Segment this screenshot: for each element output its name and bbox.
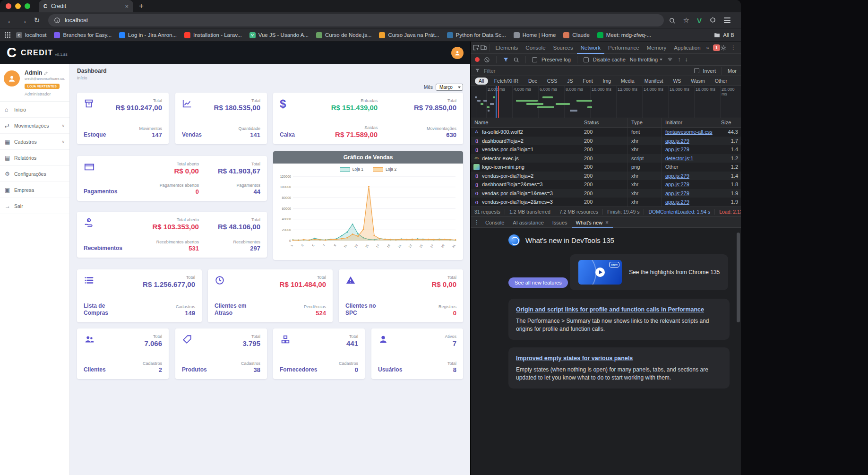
- disable-cache-checkbox[interactable]: [584, 57, 589, 62]
- import-har-icon[interactable]: ↑: [678, 56, 680, 63]
- feature-link[interactable]: Origin and script links for profile and …: [516, 306, 704, 313]
- search-icon[interactable]: [669, 17, 676, 24]
- highlights-card[interactable]: new See the highlights from Chrome 135: [570, 254, 728, 290]
- address-bar[interactable]: localhost: [48, 14, 664, 26]
- devtools-tab[interactable]: Performance: [604, 42, 643, 54]
- bookmark-star-icon[interactable]: ☆: [683, 16, 689, 25]
- apps-grid-icon[interactable]: [5, 32, 10, 38]
- request-type-chip[interactable]: Fetch/XHR: [490, 78, 522, 85]
- month-select[interactable]: Março: [436, 84, 463, 91]
- card-pagamentos[interactable]: Pagamentos Total abertoR$ 0,00 Pagamento…: [77, 156, 267, 201]
- request-type-chip[interactable]: Font: [579, 78, 597, 85]
- bookmark-item[interactable]: Curso de Node.js...: [312, 30, 375, 40]
- maximize-window-button[interactable]: [25, 3, 30, 9]
- bookmark-item[interactable]: Installation - Larav...: [180, 30, 246, 40]
- error-count-badge[interactable]: 1: [713, 44, 720, 51]
- invert-filter-checkbox[interactable]: [694, 68, 699, 73]
- network-request-row[interactable]: dashboard?loja=2&mes=3 200 xhr app.js:27…: [471, 180, 741, 189]
- feature-link[interactable]: Improved empty states for various panels: [516, 355, 633, 362]
- bookmark-item[interactable]: Log in - Jira Anron...: [115, 30, 180, 40]
- request-type-chip[interactable]: WS: [669, 78, 685, 85]
- site-info-icon[interactable]: [54, 17, 60, 24]
- sidebar-menu-item[interactable]: ▤ Relatórios ∨: [0, 150, 69, 166]
- browser-menu-icon[interactable]: [724, 17, 730, 23]
- column-header[interactable]: Name: [471, 118, 580, 127]
- card-clientes-spc[interactable]: TotalR$ 0,00 Clientes no SPC Registros0: [339, 269, 463, 322]
- devtools-tab[interactable]: Elements: [491, 42, 522, 54]
- all-bookmarks-button[interactable]: All B: [714, 32, 736, 38]
- column-header[interactable]: Type: [627, 118, 662, 127]
- drawer-scrollbar[interactable]: [737, 233, 740, 322]
- network-request-row[interactable]: vendas-por-dia?loja=1&mes=3 200 xhr app.…: [471, 189, 741, 198]
- devtools-kebab-menu-icon[interactable]: ⋮: [730, 44, 736, 51]
- close-window-button[interactable]: [6, 3, 11, 9]
- network-request-row[interactable]: logo-icon-mini.png 200 png Other 1.2: [471, 163, 741, 172]
- drawer-tab[interactable]: What's new ×: [572, 217, 613, 228]
- devtools-settings-gear-icon[interactable]: [720, 44, 727, 51]
- card-usuarios[interactable]: Ativos7 Usuários Total8: [371, 328, 463, 379]
- sidebar-menu-item[interactable]: ⇄ Movimentações ∨: [0, 118, 69, 134]
- back-button[interactable]: ←: [4, 14, 17, 27]
- play-icon[interactable]: [595, 268, 605, 277]
- inspect-element-icon[interactable]: [473, 42, 480, 53]
- minimize-window-button[interactable]: [15, 3, 21, 9]
- card-clientes-atraso[interactable]: TotalR$ 101.484,00 Clientes em Atraso Pe…: [208, 269, 333, 322]
- network-overview-timeline[interactable]: 2,000 ms4,000 ms6,000 ms8,000 ms10,000 m…: [471, 86, 741, 118]
- bookmark-item[interactable]: Meet: mdg-zfwq-...: [593, 30, 655, 40]
- bookmark-item[interactable]: Curso Java na Prát...: [375, 30, 443, 40]
- column-header[interactable]: Status: [580, 118, 627, 127]
- card-clientes[interactable]: Total7.066 Clientes Cadastros2: [77, 328, 169, 379]
- drawer-tab[interactable]: Console ×: [481, 217, 508, 228]
- network-request-row[interactable]: dashboard?loja=2 200 xhr app.js:279 1.7: [471, 137, 741, 146]
- network-request-row[interactable]: vendas-por-dia?loja=1 200 xhr app.js:279…: [471, 145, 741, 154]
- card-recebimentos[interactable]: Recebimentos Total abertoR$ 103.353,00 R…: [77, 212, 267, 258]
- request-type-chip[interactable]: Other: [711, 78, 731, 85]
- sidebar-menu-item[interactable]: → Sair ∨: [0, 198, 69, 214]
- bookmark-item[interactable]: Python for Data Sc...: [443, 30, 510, 40]
- record-network-log-button[interactable]: [475, 57, 480, 62]
- network-request-row[interactable]: vendas-por-dia?loja=2 200 xhr app.js:279…: [471, 172, 741, 181]
- device-toolbar-icon[interactable]: [480, 42, 488, 53]
- new-tab-button[interactable]: +: [139, 1, 144, 11]
- network-search-icon[interactable]: [513, 57, 519, 63]
- bookmark-item[interactable]: C localhost: [12, 30, 50, 40]
- sidebar-menu-item[interactable]: ⌂ Início ∨: [0, 102, 69, 118]
- network-request-row[interactable]: detector-exec.js 200 script detector.js:…: [471, 154, 741, 163]
- request-type-chip[interactable]: JS: [563, 78, 576, 85]
- request-type-chip[interactable]: All: [475, 78, 488, 85]
- legend-item[interactable]: Loja 1: [340, 167, 363, 172]
- card-estoque[interactable]: TotalR$ 910.247,00 Estoque Movimentos147: [77, 93, 169, 144]
- network-request-row[interactable]: vendas-por-dia?loja=2&mes=3 200 xhr app.…: [471, 198, 741, 207]
- edit-pencil-icon[interactable]: [44, 71, 48, 75]
- close-tab-icon[interactable]: ×: [125, 3, 129, 10]
- header-avatar[interactable]: [451, 47, 464, 59]
- see-all-features-button[interactable]: See all new features: [508, 277, 568, 288]
- card-lista-compras[interactable]: TotalR$ 1.256.677,00 Lista de Compras Ca…: [77, 269, 202, 322]
- more-filters-button[interactable]: Mor: [728, 68, 737, 74]
- forward-button[interactable]: →: [17, 14, 30, 27]
- card-vendas[interactable]: TotalR$ 180.535,00 Vendas Quantidade141: [175, 93, 267, 144]
- devtools-tab[interactable]: Application: [670, 42, 704, 54]
- bookmark-item[interactable]: V Vue JS - Usando A...: [246, 30, 312, 40]
- reload-button[interactable]: ↻: [30, 14, 43, 27]
- card-fornecedores[interactable]: Total441 Fornecedores Cadastros0: [273, 328, 365, 379]
- column-header[interactable]: Size: [717, 118, 741, 127]
- request-type-chip[interactable]: Media: [617, 78, 638, 85]
- extensions-puzzle-icon[interactable]: [709, 17, 716, 24]
- highlights-video-thumbnail[interactable]: new: [578, 260, 622, 285]
- throttling-select[interactable]: No throttling: [630, 57, 662, 62]
- network-conditions-icon[interactable]: [667, 57, 673, 62]
- drawer-tab[interactable]: Issues ×: [548, 217, 572, 228]
- sidebar-menu-item[interactable]: ▦ Cadastros ∨: [0, 134, 69, 150]
- close-drawer-tab-icon[interactable]: ×: [605, 219, 609, 226]
- sidebar-menu-item[interactable]: ▣ Empresa ∨: [0, 182, 69, 198]
- bookmark-item[interactable]: Home | Home: [510, 30, 560, 40]
- devtools-tab[interactable]: Network: [577, 42, 604, 54]
- filter-input[interactable]: Filter: [484, 68, 495, 74]
- legend-item[interactable]: Loja 2: [373, 167, 396, 172]
- extension-v-icon[interactable]: V: [697, 17, 702, 25]
- bookmark-item[interactable]: Claude: [559, 30, 593, 40]
- bookmark-item[interactable]: Branches for Easy...: [50, 30, 115, 40]
- more-tabs-icon[interactable]: »: [705, 45, 711, 51]
- column-header[interactable]: Initiator: [662, 118, 717, 127]
